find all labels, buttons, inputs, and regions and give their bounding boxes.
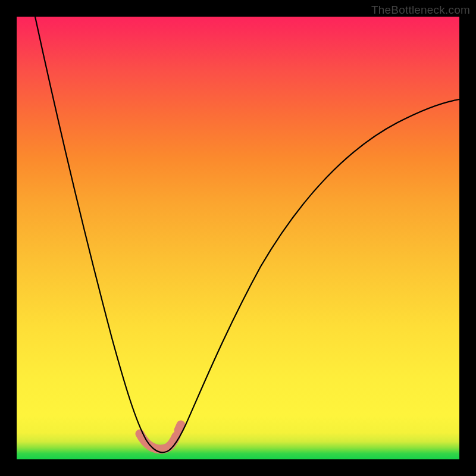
- chart-frame: TheBottleneck.com: [0, 0, 476, 476]
- curve-layer: [17, 17, 459, 459]
- right-curve: [164, 99, 459, 452]
- plot-area: [17, 17, 459, 459]
- left-curve: [35, 17, 164, 452]
- min-highlight-path: [140, 434, 176, 449]
- min-highlight-dot: [178, 425, 181, 430]
- attribution-text: TheBottleneck.com: [371, 4, 470, 17]
